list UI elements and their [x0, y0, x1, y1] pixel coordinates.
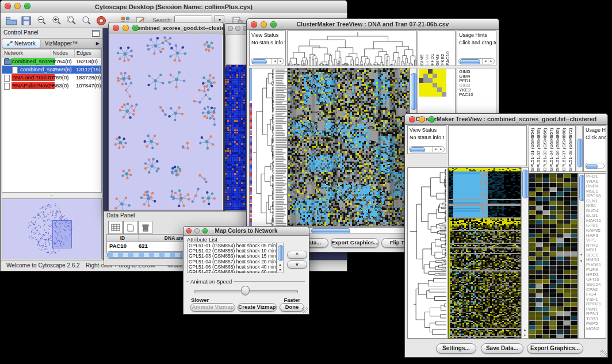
- new-attribute-icon[interactable]: [123, 221, 137, 234]
- minimize-icon[interactable]: [14, 3, 21, 9]
- attribute-table-icon[interactable]: [108, 221, 123, 234]
- tab-network[interactable]: Network: [2, 39, 40, 48]
- network-list-row[interactable]: combined_sco 2569(6) 13112(15): [2, 66, 101, 74]
- heatmap-vscrollbar[interactable]: ▴ ▾: [521, 167, 529, 339]
- zoom-out-icon[interactable]: [35, 15, 48, 26]
- close-icon[interactable]: [5, 3, 11, 9]
- zoom-heatmap-canvas[interactable]: [529, 174, 577, 338]
- scrollbar-thumb[interactable]: [586, 164, 598, 169]
- help-icon[interactable]: [95, 15, 108, 26]
- save-data-button[interactable]: Save Data...: [481, 343, 523, 354]
- usage-hints-hscrollbar[interactable]: ◂ ▸: [458, 58, 495, 64]
- scroll-up-icon[interactable]: ▴: [579, 251, 584, 257]
- zoom-heatmap-matrix[interactable]: [419, 69, 446, 97]
- scrollbar-thumb[interactable]: [278, 245, 284, 261]
- attribute-list-vscrollbar[interactable]: ▴ ▾: [277, 243, 284, 273]
- scroll-down-icon[interactable]: ▾: [277, 267, 283, 273]
- row-dendrogram-canvas[interactable]: [250, 68, 287, 230]
- scrollbar-thumb[interactable]: [411, 73, 417, 110]
- global-heatmap-canvas[interactable]: [288, 68, 409, 226]
- zoom-window-icon[interactable]: [429, 116, 435, 122]
- minimize-icon[interactable]: [419, 116, 425, 122]
- global-heatmap-canvas[interactable]: [449, 168, 521, 338]
- scrollbar-thumb[interactable]: [311, 228, 350, 233]
- open-file-icon[interactable]: [5, 15, 18, 26]
- zoom-window-icon[interactable]: [202, 228, 208, 233]
- global-heatmap-panel[interactable]: [288, 68, 410, 227]
- column-dendrogram-panel[interactable]: [448, 125, 527, 166]
- zoom-vscrollbar[interactable]: ▴ ▾: [578, 173, 584, 339]
- scrollbar-thumb[interactable]: [252, 59, 267, 64]
- attribute-list-item[interactable]: GPL51-07 (GSM868) heat shock 60 min: [188, 270, 276, 273]
- done-button[interactable]: Done: [280, 303, 304, 312]
- network-view-titlebar[interactable]: combined_scores_good.txt--cluste...: [109, 22, 223, 35]
- tab-vizmapper[interactable]: VizMapper™: [40, 39, 83, 48]
- zoom-in-icon[interactable]: [50, 15, 63, 26]
- view-status-hscrollbar[interactable]: ◂ ▸: [251, 58, 284, 64]
- usage-hints-hscrollbar[interactable]: [585, 163, 605, 169]
- export-graphics-button[interactable]: Export Graphics...: [331, 238, 379, 248]
- gene-label[interactable]: PAC10: [459, 93, 496, 97]
- scrollbar-thumb[interactable]: [522, 170, 529, 198]
- main-titlebar[interactable]: Cytoscape Desktop (Session Name: collins…: [1, 1, 347, 14]
- close-icon[interactable]: [251, 21, 257, 28]
- background-window-titlebar[interactable]: [225, 24, 249, 35]
- overview-canvas[interactable]: [3, 200, 101, 258]
- zoom-window-icon[interactable]: [24, 3, 30, 9]
- minimize-icon[interactable]: [235, 26, 240, 31]
- dialog-titlebar[interactable]: Map Colors to Network: [183, 227, 309, 236]
- global-heatmap-panel[interactable]: [448, 167, 521, 339]
- close-icon[interactable]: [228, 26, 233, 31]
- resize-grip[interactable]: [302, 307, 308, 313]
- scrollbar-thumb[interactable]: [577, 139, 583, 167]
- gene-label[interactable]: MON2: [586, 327, 606, 332]
- scroll-right-icon[interactable]: ▸: [277, 59, 284, 64]
- scroll-down-icon[interactable]: ▾: [579, 258, 584, 264]
- slider-thumb[interactable]: [241, 286, 250, 296]
- treeview2-titlebar[interactable]: ClusterMaker TreeView : combined_scores_…: [405, 114, 607, 125]
- delete-attribute-icon[interactable]: [138, 221, 152, 234]
- overview-splitter[interactable]: ⌐: [2, 193, 102, 198]
- zoom-heatmap-panel[interactable]: [529, 173, 578, 339]
- minimize-icon[interactable]: [261, 21, 267, 28]
- scroll-up-icon[interactable]: ▴: [522, 327, 528, 332]
- scroll-down-icon[interactable]: ▾: [522, 332, 528, 338]
- scroll-right-icon[interactable]: ▸: [438, 147, 444, 152]
- column-dendrogram-panel[interactable]: [287, 30, 417, 66]
- settings-button[interactable]: Settings...: [436, 343, 476, 354]
- network-list-row[interactable]: DNA and Tran 07 769(0) 183728(0): [2, 74, 101, 82]
- network-list-row[interactable]: combined_scores 2764(0) 16218(0): [2, 58, 101, 66]
- dense-network-canvas[interactable]: [225, 65, 248, 210]
- treeview1-titlebar[interactable]: ClusterMaker TreeView : DNA and Tran 07-…: [247, 19, 499, 30]
- close-icon[interactable]: [113, 25, 119, 31]
- zoom-selected-icon[interactable]: [65, 15, 78, 26]
- float-panel-icon[interactable]: [92, 30, 100, 37]
- save-icon[interactable]: [20, 15, 33, 26]
- row-dendrogram-canvas[interactable]: [408, 168, 447, 338]
- scrollbar-thumb[interactable]: [579, 175, 584, 201]
- network-overview-panel[interactable]: [2, 198, 102, 259]
- labels-vscrollbar[interactable]: [576, 125, 583, 172]
- close-icon[interactable]: [409, 116, 415, 122]
- minimize-icon[interactable]: [194, 228, 200, 233]
- zoom-fit-icon[interactable]: [80, 15, 93, 26]
- network-canvas[interactable]: [109, 34, 222, 210]
- network-list-row[interactable]: RNAPuberNov2+ 563(0) 107847(0): [2, 82, 101, 90]
- export-graphics-button[interactable]: Export Graphics...: [527, 343, 583, 354]
- scrollbar-thumb[interactable]: [460, 59, 480, 64]
- row-dendrogram-panel[interactable]: [407, 167, 448, 339]
- resize-grip[interactable]: [600, 350, 607, 357]
- row-dendrogram-panel[interactable]: [249, 68, 288, 231]
- scroll-right-icon[interactable]: ▸: [488, 59, 494, 64]
- close-icon[interactable]: [186, 228, 192, 233]
- scrollbar-thumb[interactable]: [410, 147, 425, 152]
- tabs-overflow-icon[interactable]: ▶: [96, 41, 102, 46]
- minimize-icon[interactable]: [123, 25, 129, 31]
- zoom-window-icon[interactable]: [270, 21, 277, 28]
- zoom-window-icon[interactable]: [132, 25, 139, 31]
- move-up-button[interactable]: ^: [287, 251, 307, 259]
- move-down-button[interactable]: v: [287, 260, 307, 269]
- view-status-hscrollbar[interactable]: ◂ ▸: [409, 146, 445, 152]
- column-dendrogram-canvas[interactable]: [288, 31, 416, 66]
- create-vizmap-button[interactable]: Create Vizmap: [238, 303, 277, 312]
